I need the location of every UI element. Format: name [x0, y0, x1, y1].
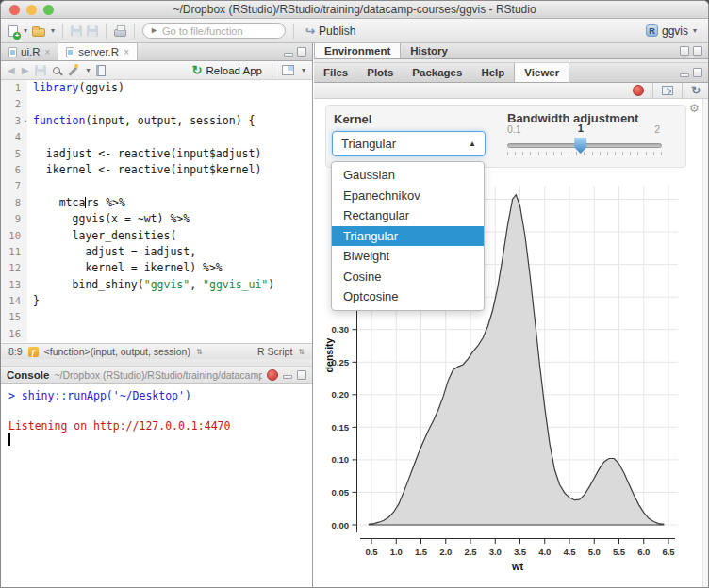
code-line: 4	[1, 129, 312, 145]
tab-help[interactable]: Help	[471, 63, 514, 82]
slider-tick	[553, 152, 554, 155]
dropdown-option-optcosine[interactable]: Optcosine	[332, 286, 484, 307]
code-line: 3▾function(input, output, session) {	[1, 113, 312, 129]
zoom-window-button[interactable]	[43, 5, 54, 15]
bandwidth-label: Bandwidth adjustment	[507, 111, 638, 125]
tab-plots[interactable]: Plots	[357, 63, 403, 82]
dropdown-option-gaussian[interactable]: Gaussian	[332, 165, 484, 186]
refresh-icon[interactable]: ↻	[691, 85, 701, 96]
toolbar-separator	[652, 83, 653, 98]
goto-file-input[interactable]	[162, 25, 273, 37]
save-button[interactable]	[71, 25, 82, 37]
close-window-button[interactable]	[9, 5, 20, 15]
maximize-pane-icon[interactable]	[693, 68, 702, 77]
save-all-button[interactable]	[87, 25, 98, 37]
line-number: 8	[1, 195, 27, 211]
maximize-pane-icon[interactable]	[693, 46, 702, 56]
slider-tick	[661, 152, 662, 155]
forward-icon[interactable]: ▶	[22, 66, 29, 75]
window-title: ~/Dropbox (RStudio)/RStudio/training/dat…	[173, 3, 536, 16]
code-line: 2	[1, 96, 312, 112]
line-number: 15	[1, 309, 27, 325]
horizontal-splitter[interactable]	[1, 359, 312, 367]
tab-files[interactable]: Files	[314, 63, 357, 82]
open-file-button[interactable]: ▾	[32, 24, 55, 37]
slider-tick	[530, 152, 531, 155]
minimize-pane-icon[interactable]	[284, 53, 293, 57]
tab-ui-r[interactable]: ui.R×	[1, 43, 58, 60]
line-number: 2	[1, 96, 27, 112]
fold-icon[interactable]: ▾	[24, 114, 27, 130]
save-source-button[interactable]	[35, 65, 46, 76]
main-toolbar: ▾ ▾ ► ↪ Publish R ggvis ▾	[1, 19, 708, 43]
run-options-icon[interactable]	[282, 65, 294, 75]
maximize-pane-icon[interactable]	[297, 370, 306, 380]
dropdown-option-cosine[interactable]: Cosine	[332, 267, 484, 287]
open-in-new-window-icon[interactable]	[662, 86, 673, 95]
code-editor[interactable]: 1library(ggvis)23▾function(input, output…	[1, 80, 312, 343]
line-number: 13	[1, 277, 27, 293]
code-tools-wand-icon[interactable]	[67, 65, 78, 76]
close-tab-icon[interactable]: ×	[44, 47, 50, 57]
tab-environment[interactable]: Environment	[314, 43, 401, 58]
code-line: 7	[1, 178, 312, 194]
minimize-window-button[interactable]	[26, 5, 37, 15]
dropdown-option-biweight[interactable]: Biweight	[332, 246, 484, 267]
line-number: 9	[1, 211, 27, 227]
maximize-pane-icon[interactable]	[297, 47, 306, 57]
minimize-pane-icon[interactable]	[283, 375, 292, 379]
reload-app-button[interactable]: ↻ Reload App	[192, 64, 262, 76]
stop-icon[interactable]	[267, 369, 278, 381]
console-header: Console ~/Dropbox (RStudio)/RStudio/trai…	[1, 367, 312, 384]
dropdown-option-epanechnikov[interactable]: Epanechnikov	[332, 186, 484, 206]
tab-packages[interactable]: Packages	[403, 63, 471, 82]
reload-icon: ↻	[192, 64, 203, 76]
close-tab-icon[interactable]: ×	[124, 47, 129, 57]
search-icon[interactable]	[53, 67, 60, 74]
new-file-icon	[8, 25, 18, 37]
dropdown-option-triangular[interactable]: Triangular	[332, 226, 484, 247]
project-menu-button[interactable]: R ggvis ▾	[642, 23, 701, 40]
console-line: Listening on http://127.0.0.1:4470	[8, 418, 305, 433]
back-icon[interactable]: ◀	[8, 66, 15, 75]
code-text: ikernel <- reactive(input$kernel)	[27, 162, 261, 178]
slider-tick	[561, 152, 562, 155]
tab-viewer[interactable]: Viewer	[514, 63, 569, 82]
tab-server-r[interactable]: server.R×	[58, 43, 138, 60]
stop-app-icon[interactable]	[633, 85, 644, 96]
new-file-button[interactable]: ▾	[8, 25, 27, 37]
viewer-pane-window-buttons	[680, 63, 708, 82]
cursor-position: 8:9	[8, 346, 23, 357]
svg-text:0.30: 0.30	[332, 324, 350, 335]
gear-icon[interactable]: ⚙	[689, 103, 700, 114]
publish-button[interactable]: ↪ Publish	[302, 23, 359, 40]
kernel-select[interactable]: Triangular ▲	[332, 131, 486, 156]
print-button[interactable]	[114, 29, 126, 37]
line-number: 6	[1, 162, 27, 178]
files-tabs: FilesPlotsPackagesHelpViewer	[314, 63, 569, 82]
console-output[interactable]: > shiny::runApp('~/Desktop') Listening o…	[1, 384, 312, 587]
slider-tick	[507, 152, 508, 155]
code-line: 14}	[1, 293, 312, 309]
code-text: bind_shiny("ggvis", "ggvis_ui")	[27, 277, 274, 293]
minimize-pane-icon[interactable]	[680, 74, 689, 77]
slider-tick	[522, 152, 523, 155]
scope-label[interactable]: <function>(input, output, session)	[44, 346, 190, 357]
svg-text:1.0: 1.0	[390, 547, 403, 557]
svg-text:2.0: 2.0	[439, 547, 452, 557]
console-line	[8, 403, 305, 418]
dropdown-option-rectangular[interactable]: Rectangular	[332, 205, 484, 226]
goto-file-search[interactable]: ►	[142, 23, 286, 39]
doc-type-label[interactable]: R Script	[257, 346, 292, 357]
restore-pane-icon[interactable]	[680, 46, 689, 56]
svg-text:0.10: 0.10	[332, 454, 350, 465]
code-text	[27, 178, 33, 194]
titlebar[interactable]: ~/Dropbox (RStudio)/RStudio/training/dat…	[1, 1, 708, 19]
source-pane-window-buttons	[284, 43, 312, 60]
tab-history[interactable]: History	[401, 43, 457, 58]
slider-tick	[592, 152, 593, 155]
source-toolbar: ◀ ▶ ▾ ↻ Reload App ▾	[1, 61, 312, 80]
viewer-scrollbar[interactable]	[702, 99, 708, 587]
toolbar-separator	[293, 24, 294, 39]
compile-notebook-icon[interactable]	[96, 65, 106, 76]
